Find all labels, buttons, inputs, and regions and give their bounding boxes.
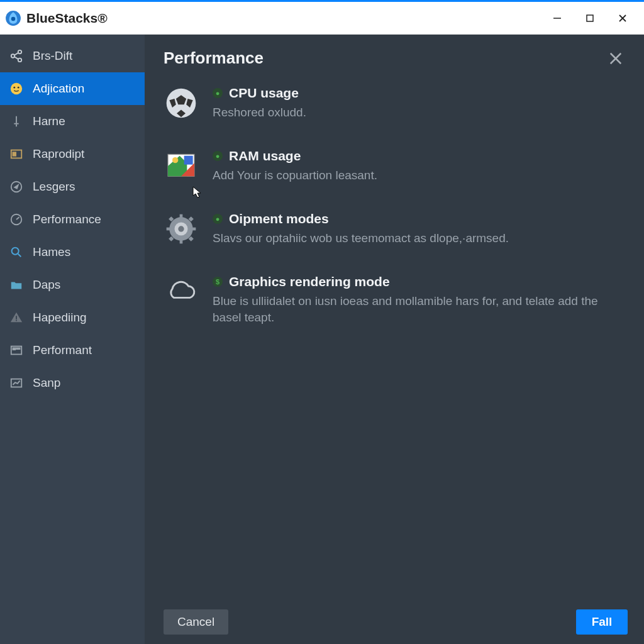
panel-close-button[interactable] (606, 49, 625, 68)
svg-point-8 (18, 58, 22, 62)
svg-rect-46 (180, 239, 183, 243)
sword-icon (9, 114, 24, 129)
footer: Cancel Fall (145, 600, 644, 644)
sidebar-item-label: Performance (33, 213, 101, 226)
maximize-button[interactable] (574, 6, 606, 31)
svg-rect-14 (16, 116, 17, 123)
svg-point-11 (11, 83, 22, 94)
sidebar-item-label: Harne (33, 114, 65, 128)
app-window: BlueStacks® Brs-Dift Adjication Harne (0, 0, 644, 644)
sidebar-item-lesgers[interactable]: Lesgers (0, 170, 145, 203)
svg-rect-15 (14, 123, 18, 125)
svg-line-21 (16, 217, 19, 219)
sidebar-item-label: Hapediing (33, 311, 87, 325)
titlebar: BlueStacks® (0, 2, 644, 35)
svg-point-41 (172, 157, 178, 163)
sidebar-item-label: Adjication (33, 82, 84, 96)
svg-line-9 (14, 53, 18, 55)
setting-oipment-modes[interactable]: ● Oipment modes Slavs our optahiic wob u… (164, 211, 625, 247)
svg-line-23 (18, 254, 21, 257)
soccer-ball-icon (164, 86, 199, 121)
folder-icon (9, 277, 24, 292)
setting-title: Graphics rendering mode (229, 274, 390, 289)
svg-rect-28 (16, 348, 20, 349)
settings-list: ● CPU usage Reshored oxludd. ● RAM usage (145, 74, 644, 600)
svg-rect-18 (13, 152, 16, 156)
sidebar-item-sanp[interactable]: Sanp (0, 367, 145, 399)
sidebar-item-label: Performant (33, 343, 92, 357)
sidebar-item-label: Sanp (33, 376, 60, 390)
setting-ram-usage[interactable]: ● RAM usage Add Your is copuartion leasa… (164, 148, 625, 184)
share-icon (9, 48, 24, 64)
setting-title: CPU usage (229, 86, 299, 101)
sidebar-item-hames[interactable]: Hames (0, 236, 145, 269)
status-dot-icon: ● (213, 151, 223, 161)
sidebar-item-performance[interactable]: Performance (0, 203, 145, 236)
setting-cpu-usage[interactable]: ● CPU usage Reshored oxludd. (164, 86, 625, 121)
setting-title: RAM usage (229, 148, 301, 164)
sidebar-item-label: Raprodipt (33, 147, 84, 161)
svg-rect-45 (180, 214, 183, 219)
svg-point-13 (18, 87, 19, 89)
sidebar-item-label: Lesgers (33, 180, 75, 194)
window-close-button[interactable] (606, 6, 639, 31)
sidebar-item-label: Brs-Dift (33, 49, 72, 63)
photos-icon (164, 148, 199, 184)
svg-point-1 (11, 16, 16, 21)
main-panel: Performance ● CPU usage R (145, 35, 644, 644)
cloud-icon (164, 274, 199, 309)
warning-icon (9, 310, 24, 325)
sidebar-item-hapediing[interactable]: Hapediing (0, 301, 145, 334)
setting-graphics-rendering[interactable]: $ Graphics rendering mode Blue is ulliid… (164, 274, 625, 325)
svg-point-7 (11, 54, 15, 58)
setting-desc: Reshored oxludd. (213, 104, 625, 121)
sidebar-item-label: Daps (33, 278, 60, 292)
sidebar-item-daps[interactable]: Daps (0, 269, 145, 301)
app-title: BlueStacks® (26, 11, 108, 26)
svg-rect-48 (191, 228, 196, 231)
svg-rect-27 (13, 348, 16, 350)
svg-rect-25 (16, 320, 17, 321)
svg-rect-16 (16, 125, 17, 127)
sidebar-item-adjication[interactable]: Adjication (0, 72, 145, 105)
sidebar-item-harne[interactable]: Harne (0, 105, 145, 138)
setting-desc: Add Your is copuartion leasant. (213, 167, 625, 184)
status-dot-icon: $ (213, 277, 223, 287)
panel-icon (9, 147, 24, 162)
svg-rect-3 (587, 15, 593, 21)
sidebar-item-brs-dift[interactable]: Brs-Dift (0, 40, 145, 72)
main-header: Performance (145, 35, 644, 74)
dashboard-icon (9, 343, 24, 358)
sidebar-item-label: Hames (33, 245, 70, 259)
sidebar-item-raprodipt[interactable]: Raprodipt (0, 138, 145, 170)
emoji-face-icon (9, 81, 24, 96)
setting-title: Oipment modes (229, 211, 329, 226)
svg-rect-47 (167, 228, 171, 231)
svg-point-22 (12, 248, 19, 255)
svg-point-12 (13, 87, 15, 89)
status-dot-icon: ● (213, 214, 223, 224)
minimize-button[interactable] (541, 6, 574, 31)
status-dot-icon: ● (213, 88, 223, 98)
gear-icon (164, 211, 199, 247)
page-title: Performance (164, 48, 264, 68)
cancel-button[interactable]: Cancel (164, 609, 228, 635)
search-icon (9, 245, 24, 260)
svg-point-44 (178, 226, 184, 231)
confirm-button[interactable]: Fall (576, 609, 628, 635)
gauge-icon (9, 212, 24, 227)
chart-icon (9, 375, 24, 391)
svg-line-10 (14, 57, 18, 59)
app-body: Brs-Dift Adjication Harne Raprodipt Lesg… (0, 35, 644, 644)
svg-rect-24 (16, 316, 17, 319)
setting-desc: Blue is ulliidalet on iusn ioeas and mol… (213, 293, 625, 325)
svg-point-6 (18, 50, 22, 54)
svg-rect-40 (184, 156, 193, 165)
setting-desc: Slavs our optahiic wob us teemomact as d… (213, 230, 625, 247)
sidebar-item-performant[interactable]: Performant (0, 334, 145, 367)
sidebar: Brs-Dift Adjication Harne Raprodipt Lesg… (0, 35, 145, 644)
app-logo-icon (5, 10, 21, 26)
compass-icon (9, 179, 24, 194)
